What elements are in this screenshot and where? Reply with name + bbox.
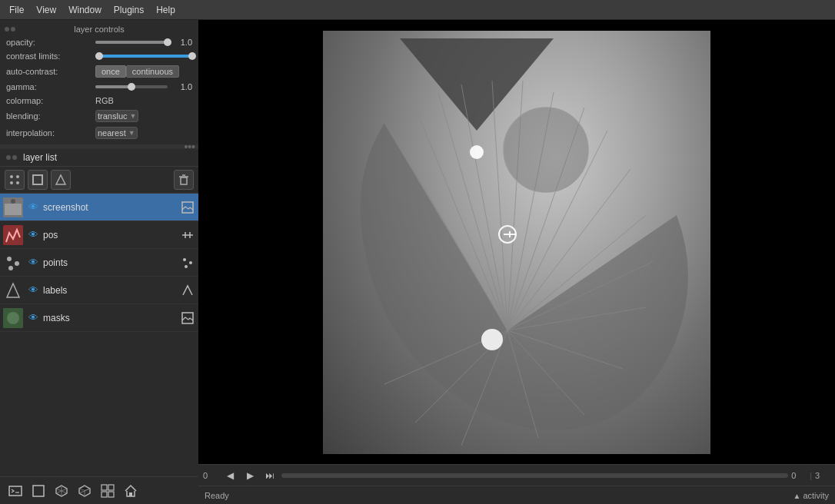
labels-tool-icon	[55, 174, 67, 186]
contrast-left-thumb[interactable]	[95, 52, 103, 60]
svg-rect-9	[5, 204, 22, 215]
svg-point-20	[183, 258, 186, 261]
canvas-area: 0 ◀ ▶ ⏭ 0 | 3 Ready ▲ activity	[198, 20, 835, 504]
layer-visibility-points[interactable]: 👁	[26, 256, 40, 270]
layer-visibility-masks[interactable]: 👁	[26, 311, 40, 325]
console-btn[interactable]	[5, 480, 26, 502]
layer-row-screenshot[interactable]: 👁 screenshot	[0, 194, 198, 221]
auto-contrast-continuous-btn[interactable]: continuous	[126, 65, 179, 78]
layer-visibility-pos[interactable]: 👁	[26, 228, 40, 242]
contrast-slider-track[interactable]	[95, 55, 192, 58]
photo-display	[323, 31, 710, 454]
timeline-frame-display: 0	[791, 471, 807, 480]
contrast-right-thumb[interactable]	[188, 52, 196, 60]
labels-thumb-icon	[3, 280, 23, 300]
gamma-slider-track[interactable]	[95, 85, 168, 88]
opacity-slider-fill	[95, 41, 168, 44]
grid-btn[interactable]	[97, 480, 118, 502]
layer-controls-panel: layer controls opacity: 1.0 contrast lim…	[0, 20, 198, 144]
menu-plugins[interactable]: Plugins	[108, 3, 150, 17]
layer-thumb-labels	[3, 280, 23, 300]
svg-point-19	[8, 266, 13, 270]
3d-view-btn[interactable]	[51, 480, 72, 502]
opacity-value: 1.0	[171, 38, 192, 47]
layer-type-icon-screenshot	[180, 200, 195, 215]
layer-row-points[interactable]: 👁 points	[0, 249, 198, 277]
gamma-thumb[interactable]	[128, 83, 135, 91]
menu-file[interactable]: File	[3, 3, 30, 17]
points-tool-icon	[8, 174, 21, 186]
layer-row-labels[interactable]: 👁 labels	[0, 277, 198, 304]
delete-layer-btn[interactable]	[174, 170, 194, 190]
opacity-slider-thumb[interactable]	[164, 38, 171, 46]
menu-view[interactable]: View	[30, 3, 62, 17]
layer-name-pos: pos	[43, 230, 177, 240]
layer-tools-bar	[0, 167, 198, 194]
interpolation-value: nearest	[98, 128, 126, 138]
3d-view-btn2[interactable]	[74, 480, 95, 502]
dot3	[6, 155, 11, 160]
console-icon	[8, 484, 22, 498]
blending-dropdown-icon: ▼	[130, 112, 137, 120]
activity-text: ▲ activity	[793, 491, 829, 500]
opacity-row: opacity: 1.0	[0, 35, 198, 49]
layer-type-icon-pos	[180, 227, 195, 243]
gamma-label: gamma:	[6, 82, 91, 91]
layer-list-header-left: layer list	[6, 152, 57, 163]
points-thumb-icon	[3, 253, 23, 273]
svg-point-22	[185, 265, 188, 268]
canvas-viewport[interactable]	[198, 20, 835, 464]
timeline-next-btn[interactable]: ⏭	[261, 467, 278, 484]
interpolation-label: interpolation:	[6, 128, 91, 138]
svg-rect-35	[129, 492, 132, 496]
timeline-slider[interactable]	[281, 473, 788, 478]
image-type-icon	[181, 201, 194, 214]
auto-contrast-once-btn[interactable]: once	[95, 65, 126, 78]
layer-type-icon-masks	[180, 310, 195, 326]
auto-contrast-label: auto-contrast:	[6, 67, 91, 76]
layer-name-points: points	[43, 257, 177, 268]
layer-type-icon-points	[180, 255, 195, 270]
gamma-value: 1.0	[171, 82, 192, 91]
blending-select[interactable]: transluc ▼	[95, 110, 138, 122]
add-points-btn[interactable]	[5, 170, 25, 190]
svg-line-42	[492, 81, 507, 330]
layer-visibility-screenshot[interactable]: 👁	[26, 201, 40, 214]
add-shapes-btn[interactable]	[28, 170, 48, 190]
blending-label: blending:	[6, 111, 91, 121]
timeline-prev-btn[interactable]: ◀	[221, 467, 238, 484]
layer-row-masks[interactable]: 👁 masks	[0, 304, 198, 332]
svg-rect-5	[181, 177, 187, 184]
status-text: Ready	[205, 491, 229, 500]
timeline-play-btn[interactable]: ▶	[241, 467, 258, 484]
layer-name-labels: labels	[43, 285, 177, 296]
activity-label[interactable]: activity	[803, 491, 829, 500]
opacity-label: opacity:	[6, 38, 91, 47]
dot2	[11, 27, 15, 32]
opacity-slider-container: 1.0	[95, 38, 192, 47]
trash-icon	[178, 174, 189, 185]
contrast-label: contrast limits:	[6, 51, 91, 61]
svg-rect-27	[182, 313, 193, 323]
interpolation-select[interactable]: nearest ▼	[95, 127, 138, 139]
svg-rect-31	[101, 485, 107, 490]
menu-window[interactable]: Window	[62, 3, 108, 17]
layer-row-pos[interactable]: 👁 pos	[0, 221, 198, 249]
home-icon	[124, 484, 138, 498]
layer-thumb-masks	[3, 308, 23, 328]
svg-point-3	[16, 181, 19, 184]
add-labels-btn[interactable]	[51, 170, 71, 190]
opacity-slider-track[interactable]	[95, 41, 168, 44]
contrast-fill	[95, 55, 192, 58]
tracks-type-icon	[181, 229, 194, 241]
colormap-value: RGB	[95, 96, 114, 105]
2d-view-btn[interactable]	[28, 480, 49, 502]
left-panel: layer controls opacity: 1.0 contrast lim…	[0, 20, 198, 504]
dot4	[12, 155, 17, 160]
layer-visibility-labels[interactable]: 👁	[26, 284, 40, 297]
svg-point-60	[481, 329, 503, 350]
menu-help[interactable]: Help	[150, 3, 181, 17]
dot1	[5, 27, 9, 32]
home-btn[interactable]	[120, 480, 141, 502]
auto-contrast-btns: once continuous	[95, 65, 179, 78]
